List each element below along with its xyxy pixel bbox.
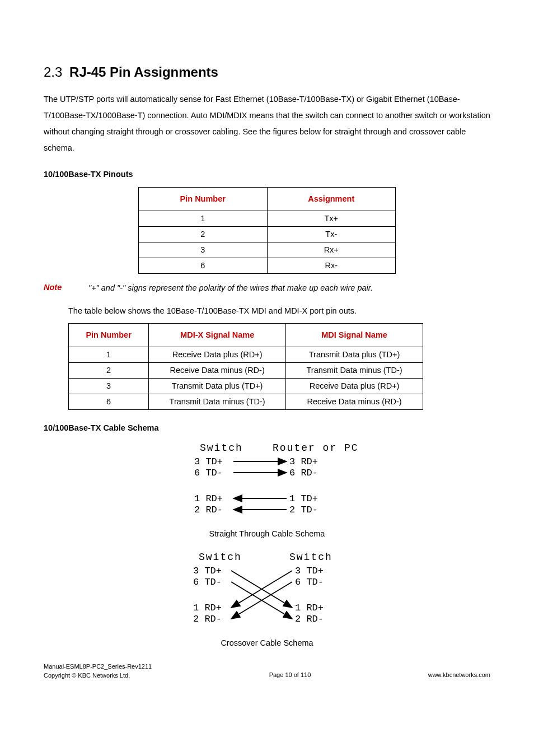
svg-text:2  TD-: 2 TD- — [289, 505, 318, 515]
d1-left-title: Switch — [200, 442, 243, 454]
table-row: 3Rx+ — [139, 242, 396, 258]
table-row: 6Transmit Data minus (TD-)Receive Data m… — [69, 394, 423, 410]
section-number: 2.3 — [44, 64, 62, 80]
note-text: "+" and "-" signs represent the polarity… — [88, 282, 373, 295]
footer-page: Page 10 of 110 — [152, 671, 428, 680]
svg-text:3  TD+: 3 TD+ — [194, 456, 223, 467]
table2-header-mdix: MDI-X Signal Name — [149, 324, 286, 347]
d1-right-title: Router or PC — [273, 442, 357, 454]
footer-copyright: Copyright © KBC Networks Ltd. — [44, 671, 152, 680]
footer-manual: Manual-ESML8P-PC2_Series-Rev1211 — [44, 662, 152, 671]
section-heading: 2.3 RJ-45 Pin Assignments — [44, 63, 490, 82]
d2-caption: Crossover Cable Schema — [44, 637, 490, 649]
svg-text:1  RD+: 1 RD+ — [193, 603, 222, 613]
svg-text:3  TD+: 3 TD+ — [295, 566, 324, 576]
svg-text:1  RD+: 1 RD+ — [194, 493, 223, 504]
table2-header-pin: Pin Number — [69, 324, 149, 347]
table-row: 3Transmit Data plus (TD+)Receive Data pl… — [69, 379, 423, 394]
svg-text:1  RD+: 1 RD+ — [295, 603, 324, 613]
svg-text:6  TD-: 6 TD- — [193, 577, 222, 587]
note-label: Note — [44, 282, 88, 293]
svg-text:6  RD-: 6 RD- — [289, 468, 318, 478]
note-block: Note "+" and "-" signs represent the pol… — [44, 282, 490, 295]
table-row: 1Receive Data plus (RD+)Transmit Data pl… — [69, 347, 423, 363]
svg-text:1  TD+: 1 TD+ — [289, 493, 318, 504]
cable-schema-subheading: 10/100Base-TX Cable Schema — [44, 422, 490, 434]
intro-paragraph: The UTP/STP ports will automatically sen… — [44, 91, 490, 156]
page-footer: Manual-ESML8P-PC2_Series-Rev1211 Copyrig… — [44, 662, 490, 680]
pinouts-table: Pin Number Assignment 1Tx+ 2Tx- 3Rx+ 6Rx… — [138, 187, 396, 274]
table-row: 6Rx- — [139, 258, 396, 273]
pinouts-subheading: 10/100Base-TX Pinouts — [44, 169, 490, 180]
svg-text:2  RD-: 2 RD- — [194, 505, 223, 515]
table2-header-mdi: MDI Signal Name — [286, 324, 423, 347]
svg-text:3  TD+: 3 TD+ — [193, 566, 222, 576]
straight-through-diagram: Switch Router or PC 3 TD+ 3 RD+ 6 TD- 6 … — [44, 441, 490, 525]
crossover-diagram: Switch Switch 3 TD+ 3 TD+ 6 TD- 6 TD- 1 … — [44, 550, 490, 634]
mdi-intro: The table below shows the 10Base-T/100Ba… — [68, 305, 490, 318]
svg-text:2  RD-: 2 RD- — [295, 614, 324, 624]
svg-text:2  RD-: 2 RD- — [193, 614, 222, 624]
svg-text:6  TD-: 6 TD- — [194, 468, 223, 478]
d2-left-title: Switch — [199, 552, 242, 563]
table-row: 2Receive Data minus (RD-)Transmit Data m… — [69, 363, 423, 379]
table1-header-pin: Pin Number — [139, 187, 268, 211]
table1-header-assign: Assignment — [267, 187, 396, 211]
d1-caption: Straight Through Cable Schema — [44, 528, 490, 540]
mdi-table: Pin Number MDI-X Signal Name MDI Signal … — [68, 323, 423, 410]
section-title: RJ-45 Pin Assignments — [69, 64, 218, 80]
table-row: 1Tx+ — [139, 211, 396, 226]
svg-text:6  TD-: 6 TD- — [295, 577, 324, 587]
footer-url: www.kbcnetworks.com — [428, 671, 490, 680]
d2-right-title: Switch — [289, 552, 332, 563]
svg-text:3  RD+: 3 RD+ — [289, 456, 318, 467]
table-row: 2Tx- — [139, 226, 396, 242]
